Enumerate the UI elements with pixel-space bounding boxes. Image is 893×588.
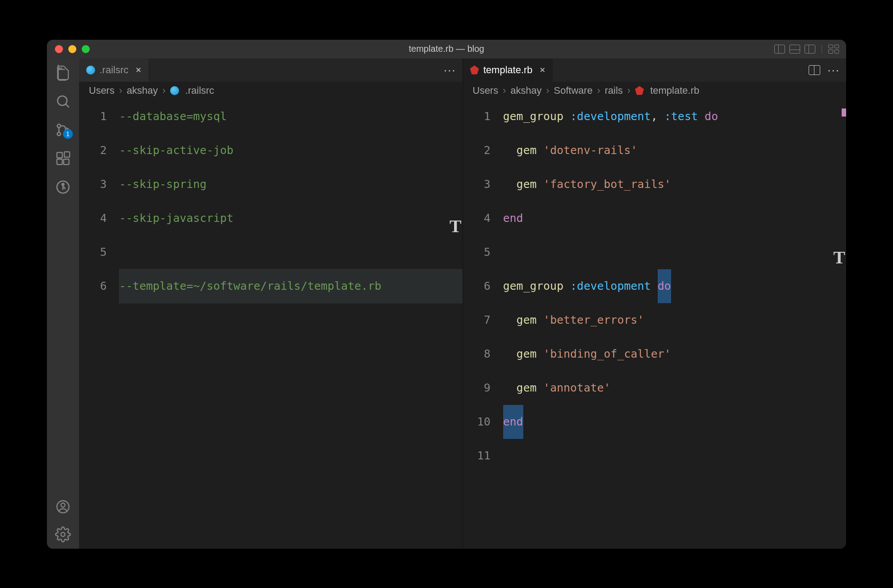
breadcrumb-segment[interactable]: akshay [510, 85, 542, 96]
code-line[interactable] [503, 235, 847, 269]
code-line[interactable]: --database=mysql [119, 100, 463, 133]
svg-point-12 [61, 503, 65, 507]
code-line[interactable]: end [503, 201, 847, 235]
code-token: --skip-javascript [119, 212, 234, 225]
minimize-window-button[interactable] [68, 45, 76, 53]
tab-railsrc[interactable]: .railsrc × [79, 58, 149, 82]
line-number[interactable]: 9 [463, 371, 491, 405]
editor-more-actions-icon[interactable]: ··· [444, 64, 456, 76]
main-area: 1 [47, 58, 846, 549]
extensions-icon[interactable] [55, 150, 71, 167]
code-line[interactable] [119, 235, 463, 269]
close-tab-icon[interactable]: × [136, 64, 142, 76]
code-token: gem [517, 381, 537, 394]
code-token: 'dotenv-rails' [543, 144, 638, 157]
search-icon[interactable] [55, 93, 71, 109]
line-number[interactable]: 6 [79, 269, 107, 303]
line-number[interactable]: 6 [463, 269, 491, 303]
minimap-right[interactable]: T [834, 100, 846, 549]
breadcrumb-segment[interactable]: template.rb [650, 85, 699, 96]
code-token [537, 313, 543, 326]
tab-template-rb[interactable]: template.rb × [463, 58, 553, 82]
code-token [537, 381, 543, 394]
line-number[interactable]: 8 [463, 337, 491, 371]
editor-left: .railsrc × ··· Users›akshay›.railsrc 123… [79, 58, 463, 549]
line-number[interactable]: 1 [79, 100, 107, 133]
code-token [698, 110, 705, 123]
line-number[interactable]: 2 [79, 133, 107, 167]
line-number[interactable]: 3 [79, 167, 107, 201]
breadcrumbs-left[interactable]: Users›akshay›.railsrc [79, 82, 463, 100]
code-token: --skip-spring [119, 178, 207, 191]
maximize-window-button[interactable] [82, 45, 90, 53]
svg-rect-5 [57, 152, 63, 158]
breadcrumb-segment[interactable]: akshay [127, 85, 158, 96]
code-line[interactable]: gem 'better_errors' [503, 303, 847, 337]
code-line[interactable] [503, 439, 847, 473]
git-graph-icon[interactable] [55, 179, 71, 195]
code-line[interactable]: gem 'factory_bot_rails' [503, 167, 847, 201]
code-token [563, 110, 570, 123]
code-line[interactable]: gem_group :development, :test do [503, 100, 847, 133]
line-number[interactable]: 2 [463, 133, 491, 167]
editor-group: .railsrc × ··· Users›akshay›.railsrc 123… [79, 58, 846, 549]
code-line[interactable]: gem_group :development do [503, 269, 847, 303]
code-token [503, 381, 517, 394]
svg-point-0 [58, 96, 67, 105]
toggle-sidebar-left-icon[interactable] [774, 45, 785, 54]
line-number[interactable]: 5 [463, 235, 491, 269]
line-number[interactable]: 1 [463, 100, 491, 133]
editor-more-actions-icon[interactable]: ··· [827, 64, 840, 76]
code-line[interactable]: gem 'dotenv-rails' [503, 133, 847, 167]
toggle-sidebar-right-icon[interactable] [805, 45, 815, 54]
breadcrumb-segment[interactable]: Software [554, 85, 593, 96]
code-token [651, 279, 658, 292]
line-number[interactable]: 11 [463, 439, 491, 473]
close-tab-icon[interactable]: × [540, 64, 546, 76]
breadcrumb-segment[interactable]: Users [89, 85, 114, 96]
line-number[interactable]: 10 [463, 405, 491, 439]
line-number[interactable]: 5 [79, 235, 107, 269]
window: template.rb — blog 1 [47, 40, 846, 549]
svg-rect-8 [64, 152, 70, 157]
code-line[interactable]: gem 'annotate' [503, 371, 847, 405]
code-token: gem [517, 347, 537, 360]
settings-gear-icon[interactable] [55, 526, 71, 542]
code-line[interactable]: --skip-active-job [119, 133, 463, 167]
line-number[interactable]: 7 [463, 303, 491, 337]
code-token: end [503, 405, 523, 439]
code-line[interactable]: --skip-javascript [119, 201, 463, 235]
code-area-left[interactable]: 123456 --database=mysql--skip-active-job… [79, 100, 463, 549]
code-token: gem [517, 144, 537, 157]
minimap-left[interactable]: T [450, 100, 463, 549]
line-number[interactable]: 3 [463, 167, 491, 201]
split-editor-icon[interactable] [809, 65, 820, 75]
code-line[interactable]: end [503, 405, 847, 439]
code-token: :test [664, 110, 698, 123]
toggle-panel-icon[interactable] [789, 45, 800, 54]
source-control-icon[interactable]: 1 [55, 122, 71, 138]
code-token: gem_group [503, 279, 563, 292]
tab-label: template.rb [484, 64, 533, 76]
code-line[interactable]: gem 'binding_of_caller' [503, 337, 847, 371]
titlebar: template.rb — blog [47, 40, 846, 58]
line-number[interactable]: 4 [79, 201, 107, 235]
customize-layout-icon[interactable] [828, 45, 839, 54]
accounts-icon[interactable] [55, 499, 71, 515]
close-window-button[interactable] [55, 45, 63, 53]
code-area-right[interactable]: 1234567891011 gem_group :development, :t… [463, 100, 847, 549]
breadcrumb-segment[interactable]: .railsrc [185, 85, 214, 96]
code-line[interactable]: --skip-spring [119, 167, 463, 201]
breadcrumbs-right[interactable]: Users›akshay›Software›rails›template.rb [463, 82, 847, 100]
svg-point-13 [61, 532, 65, 536]
breadcrumb-segment[interactable]: Users [473, 85, 498, 96]
svg-rect-6 [57, 159, 63, 164]
window-title: template.rb — blog [409, 44, 484, 54]
explorer-icon[interactable] [55, 65, 71, 81]
chevron-right-icon: › [119, 85, 122, 96]
code-token [503, 178, 517, 191]
code-token [563, 279, 570, 292]
breadcrumb-segment[interactable]: rails [605, 85, 622, 96]
line-number[interactable]: 4 [463, 201, 491, 235]
code-line[interactable]: --template=~/software/rails/template.rb [119, 269, 463, 303]
